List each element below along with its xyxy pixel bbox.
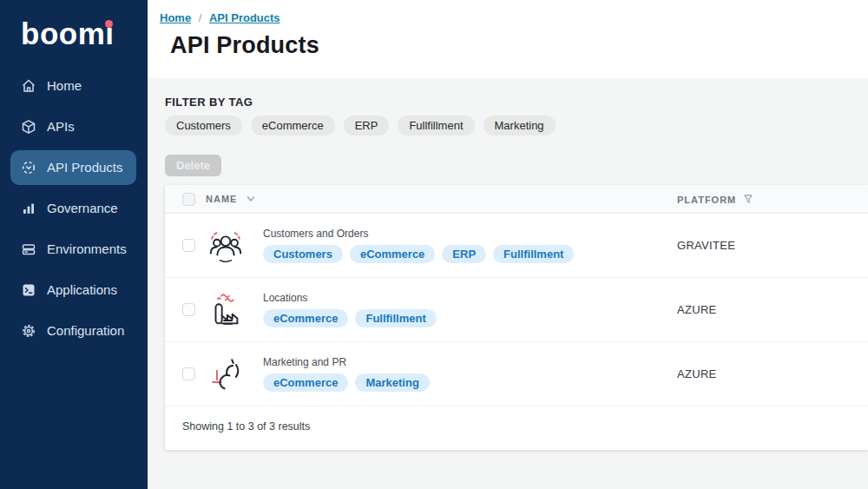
table-row-marketing-and-pr[interactable]: Marketing and PReCommerceMarketingAZURE <box>165 342 868 406</box>
table-body: Customers and OrdersCustomerseCommerceER… <box>165 214 868 406</box>
terminal-icon <box>21 282 36 298</box>
main-panel: Home / API Products API Products FILTER … <box>148 0 868 489</box>
sidebar-item-governance[interactable]: Governance <box>10 191 136 226</box>
chevron-down-icon <box>246 194 256 204</box>
column-header-platform[interactable]: PLATFORM <box>677 194 868 205</box>
product-icon <box>206 354 246 394</box>
sidebar-item-label: Environments <box>47 241 127 256</box>
product-name: Locations <box>263 292 437 304</box>
table-row-customers-and-orders[interactable]: Customers and OrdersCustomerseCommerceER… <box>165 214 868 278</box>
sidebar-item-applications[interactable]: Applications <box>10 273 136 307</box>
platform-value: GRAVITEE <box>677 239 868 252</box>
sidebar-item-label: Governance <box>47 201 118 215</box>
api-products-table: NAME PLATFORM Customers and OrdersCustom… <box>165 185 868 450</box>
sidebar: boomi HomeAPIsAPI ProductsGovernanceEnvi… <box>0 0 148 489</box>
breadcrumb-separator: / <box>195 11 205 24</box>
product-name: Customers and Orders <box>263 228 574 240</box>
row-checkbox-cell <box>165 239 206 252</box>
sidebar-item-home[interactable]: Home <box>10 69 136 103</box>
sidebar-item-configuration[interactable]: Configuration <box>10 314 136 348</box>
sidebar-item-environments[interactable]: Environments <box>10 232 136 267</box>
factory-icon <box>206 290 246 330</box>
row-checkbox[interactable] <box>182 367 195 380</box>
platform-column-label: PLATFORM <box>677 195 736 205</box>
breadcrumb: Home / API Products <box>148 0 868 24</box>
content-area: FILTER BY TAG CustomerseCommerceERPFullf… <box>148 78 868 489</box>
product-tag-customers: Customers <box>263 245 343 263</box>
sidebar-item-api-products[interactable]: API Products <box>10 150 136 185</box>
product-tag-marketing: Marketing <box>355 373 429 392</box>
sidebar-item-label: APIs <box>47 119 75 134</box>
filter-tag-chip-marketing[interactable]: Marketing <box>483 116 556 135</box>
platform-value: AZURE <box>677 303 868 316</box>
product-tag-fullfillment: Fullfillment <box>493 245 574 263</box>
home-icon <box>21 78 36 94</box>
select-all-checkbox[interactable] <box>182 193 195 206</box>
product-info: Marketing and PReCommerceMarketing <box>263 356 430 392</box>
name-column-label: NAME <box>206 194 237 204</box>
customers-group-icon <box>206 226 246 266</box>
filter-tag-chip-fullfillment[interactable]: Fullfillment <box>398 116 474 135</box>
hand-snap-icon <box>206 354 246 394</box>
sidebar-nav: HomeAPIsAPI ProductsGovernanceEnvironmen… <box>0 69 147 348</box>
product-icon <box>206 290 246 330</box>
product-tag-fullfillment: Fullfillment <box>355 309 436 327</box>
filter-funnel-icon <box>743 194 753 204</box>
filter-tag-chip-customers[interactable]: Customers <box>165 116 242 135</box>
table-header: NAME PLATFORM <box>165 185 868 214</box>
filter-by-tag-label: FILTER BY TAG <box>165 96 868 109</box>
product-info: LocationseCommerceFullfillment <box>263 292 437 327</box>
sidebar-item-label: Configuration <box>47 323 124 338</box>
product-info: Customers and OrdersCustomerseCommerceER… <box>263 228 574 263</box>
filter-tag-chip-ecommerce[interactable]: eCommerce <box>251 116 335 135</box>
filter-tag-chip-erp[interactable]: ERP <box>344 116 390 135</box>
delete-button[interactable]: Delete <box>165 155 221 176</box>
gear-icon <box>21 323 36 339</box>
topbar: Home / API Products API Products <box>148 0 868 78</box>
row-checkbox[interactable] <box>182 303 195 316</box>
row-checkbox-cell <box>165 367 206 380</box>
bar-chart-icon <box>21 201 36 216</box>
column-header-name[interactable]: NAME <box>206 194 677 205</box>
row-checkbox[interactable] <box>182 239 195 252</box>
product-tag-ecommerce: eCommerce <box>350 245 435 263</box>
product-name-cell: Customers and OrdersCustomerseCommerceER… <box>206 226 677 266</box>
breadcrumb-link-home[interactable]: Home <box>160 11 191 24</box>
server-icon <box>21 241 36 257</box>
product-tag-erp: ERP <box>442 245 486 263</box>
api-products-icon <box>21 160 36 175</box>
boomi-logo-text: boomi <box>21 17 114 50</box>
results-summary: Showing 1 to 3 of 3 results <box>165 406 868 450</box>
row-checkbox-cell <box>165 303 206 316</box>
product-tag-list: eCommerceMarketing <box>263 373 430 392</box>
filter-tag-list: CustomerseCommerceERPFullfillmentMarketi… <box>165 116 868 135</box>
app-root: boomi HomeAPIsAPI ProductsGovernanceEnvi… <box>0 0 868 489</box>
cube-icon <box>21 119 36 135</box>
product-tag-list: CustomerseCommerceERPFullfillment <box>263 245 574 263</box>
sidebar-item-label: Applications <box>47 282 117 297</box>
table-row-locations[interactable]: LocationseCommerceFullfillmentAZURE <box>165 278 868 342</box>
product-tag-ecommerce: eCommerce <box>263 309 348 327</box>
page-title: API Products <box>170 32 868 59</box>
sidebar-item-label: API Products <box>47 160 123 175</box>
product-name-cell: Marketing and PReCommerceMarketing <box>206 354 677 394</box>
product-tag-ecommerce: eCommerce <box>263 373 348 392</box>
breadcrumb-link-api-products[interactable]: API Products <box>209 11 280 24</box>
header-checkbox-cell <box>165 193 206 206</box>
sidebar-item-label: Home <box>47 78 82 93</box>
boomi-logo: boomi <box>21 17 114 51</box>
product-icon <box>206 226 246 266</box>
product-name-cell: LocationseCommerceFullfillment <box>206 290 677 330</box>
product-tag-list: eCommerceFullfillment <box>263 309 437 327</box>
sidebar-item-apis[interactable]: APIs <box>10 109 136 144</box>
product-name: Marketing and PR <box>263 356 430 368</box>
platform-value: AZURE <box>677 367 868 380</box>
